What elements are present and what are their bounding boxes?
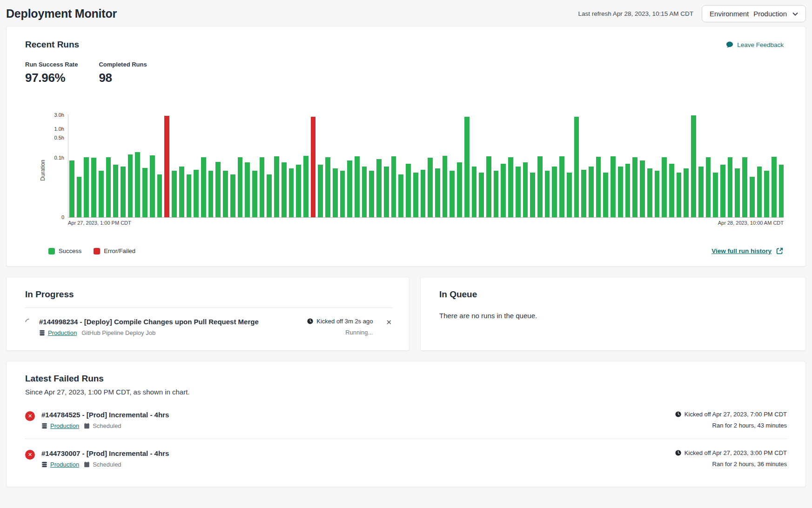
chart-bar-success[interactable] bbox=[508, 157, 513, 217]
chart-bar-success[interactable] bbox=[84, 157, 89, 217]
environment-dropdown[interactable]: Environment Production bbox=[702, 5, 806, 22]
chart-bar-success[interactable] bbox=[150, 155, 155, 217]
chart-bar-success[interactable] bbox=[450, 171, 455, 217]
chart-bar-success[interactable] bbox=[516, 167, 521, 217]
chart-bar-success[interactable] bbox=[391, 156, 396, 217]
chart-bar-success[interactable] bbox=[274, 156, 279, 217]
chart-bar-success[interactable] bbox=[501, 164, 506, 217]
chart-bar-success[interactable] bbox=[296, 165, 301, 217]
chart-bar-success[interactable] bbox=[376, 159, 382, 217]
chart-bar-success[interactable] bbox=[245, 162, 250, 217]
chart-bar-success[interactable] bbox=[260, 157, 265, 217]
chart-bar-success[interactable] bbox=[421, 170, 426, 217]
chart-bar-success[interactable] bbox=[479, 173, 484, 217]
chart-bar-success[interactable] bbox=[662, 157, 667, 217]
chart-bar-success[interactable] bbox=[113, 165, 118, 217]
chart-bar-success[interactable] bbox=[406, 164, 411, 217]
chart-bar-success[interactable] bbox=[325, 157, 330, 217]
chart-bar-success[interactable] bbox=[545, 171, 550, 217]
chart-bar-success[interactable] bbox=[472, 167, 477, 217]
chart-bar-success[interactable] bbox=[318, 165, 323, 217]
chart-bar-success[interactable] bbox=[238, 157, 243, 217]
chart-bar-success[interactable] bbox=[223, 171, 228, 217]
environment-link[interactable]: Production bbox=[39, 329, 77, 336]
chart-bar-success[interactable] bbox=[333, 168, 338, 217]
chart-bar-success[interactable] bbox=[655, 171, 660, 217]
chart-bar-success[interactable] bbox=[713, 173, 718, 217]
chart-bar-success[interactable] bbox=[589, 167, 594, 217]
leave-feedback-link[interactable]: Leave Feedback bbox=[726, 41, 784, 48]
chart-bar-success[interactable] bbox=[282, 162, 287, 217]
environment-link[interactable]: Production bbox=[41, 422, 79, 429]
chart-bar-success[interactable] bbox=[596, 157, 601, 217]
chart-bar-success[interactable] bbox=[106, 157, 111, 217]
chart-bar-success[interactable] bbox=[698, 167, 704, 217]
chart-bar-success[interactable] bbox=[618, 167, 623, 217]
chart-bar-success[interactable] bbox=[684, 168, 689, 217]
chart-bar-success[interactable] bbox=[677, 173, 682, 217]
chart-bar-success[interactable] bbox=[603, 173, 608, 217]
chart-bar-success[interactable] bbox=[523, 162, 528, 217]
chart-bar-success[interactable] bbox=[764, 171, 769, 217]
chart-bar-success[interactable] bbox=[625, 164, 631, 217]
chart-bar-success[interactable] bbox=[559, 156, 564, 217]
chart-bar-success[interactable] bbox=[632, 157, 638, 217]
chart-bar-success[interactable] bbox=[574, 117, 579, 217]
chart-bar-success[interactable] bbox=[77, 177, 82, 217]
chart-bar-success[interactable] bbox=[428, 158, 433, 217]
chart-bar-success[interactable] bbox=[99, 171, 104, 217]
chart-bar-success[interactable] bbox=[172, 171, 177, 217]
chart-bar-success[interactable] bbox=[640, 160, 645, 217]
chart-bar-success[interactable] bbox=[691, 115, 696, 217]
chart-bar-success[interactable] bbox=[128, 154, 133, 217]
chart-bar-success[interactable] bbox=[494, 171, 499, 217]
chart-bar-success[interactable] bbox=[267, 174, 272, 217]
chart-bar-success[interactable] bbox=[457, 162, 462, 217]
chart-bar-success[interactable] bbox=[369, 171, 374, 217]
chart-bar-success[interactable] bbox=[728, 157, 733, 217]
chart-bar-success[interactable] bbox=[772, 157, 777, 217]
chart-bar-success[interactable] bbox=[647, 168, 652, 217]
chart-bar-success[interactable] bbox=[340, 171, 345, 217]
chart-bar-success[interactable] bbox=[669, 164, 674, 217]
chart-bar-success[interactable] bbox=[208, 171, 214, 217]
chart-bar-success[interactable] bbox=[69, 160, 74, 217]
chart-bar-success[interactable] bbox=[779, 165, 784, 217]
environment-link[interactable]: Production bbox=[41, 461, 79, 468]
chart-bar-success[interactable] bbox=[194, 170, 199, 217]
chart-bar-success[interactable] bbox=[413, 173, 418, 217]
chart-bar-success[interactable] bbox=[187, 174, 192, 217]
chart-bar-success[interactable] bbox=[179, 167, 184, 217]
chart-bar-success[interactable] bbox=[742, 157, 747, 217]
chart-bar-error[interactable] bbox=[311, 117, 316, 217]
chart-bar-success[interactable] bbox=[537, 156, 543, 217]
chart-bar-success[interactable] bbox=[157, 174, 162, 217]
chart-bar-success[interactable] bbox=[362, 167, 367, 217]
chart-bar-success[interactable] bbox=[530, 173, 535, 217]
chart-bar-success[interactable] bbox=[750, 177, 755, 217]
chart-bar-success[interactable] bbox=[611, 156, 616, 217]
chart-bar-success[interactable] bbox=[552, 167, 557, 217]
chart-bar-success[interactable] bbox=[735, 168, 740, 217]
chart-bar-success[interactable] bbox=[215, 162, 221, 217]
chart-bar-success[interactable] bbox=[303, 156, 309, 217]
view-full-run-history-link[interactable]: View full run history bbox=[711, 247, 784, 255]
chart-bar-success[interactable] bbox=[398, 174, 403, 217]
chart-bar-success[interactable] bbox=[121, 167, 126, 217]
chart-bar-success[interactable] bbox=[567, 173, 572, 217]
chart-bar-success[interactable] bbox=[135, 152, 140, 217]
chart-bar-success[interactable] bbox=[706, 157, 711, 217]
chart-bar-success[interactable] bbox=[435, 168, 440, 217]
chart-bar-success[interactable] bbox=[384, 167, 389, 217]
chart-bar-success[interactable] bbox=[142, 168, 148, 217]
chart-bar-success[interactable] bbox=[464, 117, 470, 217]
close-icon[interactable]: ✕ bbox=[385, 318, 393, 327]
chart-bar-success[interactable] bbox=[91, 158, 96, 217]
chart-bar-success[interactable] bbox=[486, 156, 491, 217]
chart-bar-success[interactable] bbox=[230, 174, 235, 217]
chart-bar-success[interactable] bbox=[720, 165, 725, 217]
chart-bar-success[interactable] bbox=[252, 171, 257, 217]
chart-bar-success[interactable] bbox=[443, 156, 448, 217]
chart-bar-success[interactable] bbox=[289, 168, 294, 217]
chart-bar-success[interactable] bbox=[757, 167, 762, 217]
